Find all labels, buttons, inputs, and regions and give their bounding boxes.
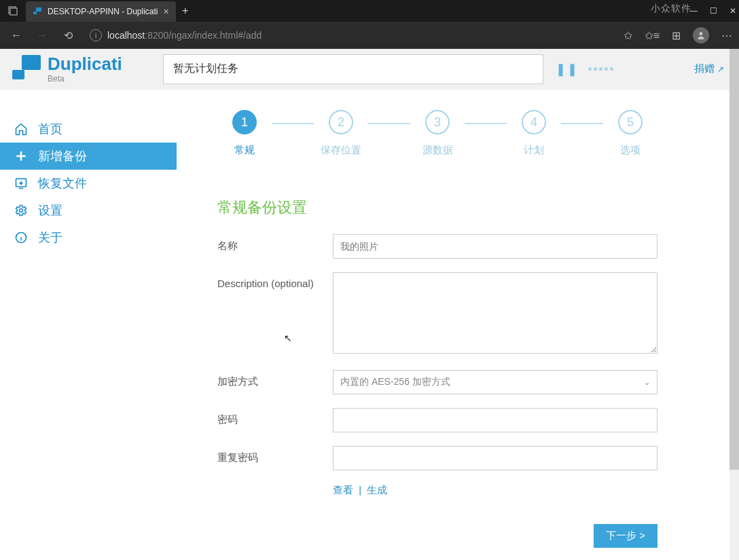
browser-toolbar: ← → ⟲ i localhost:8200/ngax/index.html#/… — [0, 22, 739, 49]
svg-rect-2 — [36, 7, 41, 12]
favorites-bar-icon[interactable]: ✩≡ — [645, 29, 660, 42]
forward-button: → — [33, 26, 52, 45]
sidebar-item-home[interactable]: 首页 — [0, 115, 177, 143]
app-body: 首页 新增备份 恢复文件 设置 关于 — [0, 90, 739, 560]
step-connector — [368, 123, 410, 124]
throttle-icon[interactable] — [588, 67, 613, 71]
sidebar-item-label: 新增备份 — [38, 148, 87, 164]
logo[interactable]: Duplicati Beta — [12, 55, 122, 83]
wizard-steps: 1 常规 2 保存位置 3 源数据 4 计划 5 选项 — [217, 110, 657, 157]
status-text: 暂无计划任务 — [173, 62, 238, 76]
section-title: 常规备份设置 — [217, 198, 657, 218]
more-icon[interactable]: ⋯ — [721, 29, 732, 42]
svg-rect-1 — [10, 8, 17, 15]
browser-tab[interactable]: DESKTOP-APPINN - Duplicati × — [26, 1, 176, 22]
window-maximize-icon[interactable]: ☐ — [710, 6, 717, 16]
encryption-label: 加密方式 — [217, 370, 333, 394]
donate-label: 捐赠 — [694, 62, 715, 75]
browser-titlebar: DESKTOP-APPINN - Duplicati × + 小众软件 — ☐ … — [0, 0, 739, 22]
step-label: 源数据 — [422, 144, 453, 157]
sidebar-item-add-backup[interactable]: 新增备份 — [0, 143, 177, 170]
close-icon[interactable]: × — [164, 6, 169, 17]
password-label: 密码 — [217, 408, 333, 432]
step-number: 2 — [329, 110, 353, 134]
step-connector — [561, 123, 603, 124]
link-separator: | — [359, 484, 361, 496]
logo-icon — [12, 55, 42, 82]
favorite-icon[interactable]: ✩ — [624, 29, 632, 42]
sidebar-item-label: 设置 — [38, 202, 62, 219]
url-text: localhost:8200/ngax/index.html#/add — [107, 30, 262, 41]
tab-title: DESKTOP-APPINN - Duplicati — [48, 7, 158, 16]
next-button[interactable]: 下一步 > — [594, 524, 657, 548]
brand-title: Duplicati — [48, 55, 122, 73]
window-close-icon[interactable]: ✕ — [729, 6, 736, 16]
description-label: Description (optional) — [217, 272, 333, 356]
status-box: 暂无计划任务 — [163, 54, 543, 84]
info-icon — [14, 231, 29, 244]
svg-rect-3 — [33, 12, 37, 14]
step-label: 保存位置 — [321, 144, 361, 157]
password-repeat-input[interactable] — [333, 446, 657, 470]
chevron-down-icon: ⌄ — [644, 378, 650, 387]
external-link-icon: ↗ — [717, 64, 724, 74]
encryption-select[interactable]: 内置的 AES-256 加密方式 ⌄ — [333, 370, 657, 394]
profile-avatar[interactable] — [693, 27, 709, 43]
step-connector — [272, 123, 314, 124]
show-password-link[interactable]: 查看 — [333, 484, 353, 496]
encryption-value: 内置的 AES-256 加密方式 — [340, 376, 450, 388]
gear-icon — [14, 204, 29, 217]
new-tab-button[interactable]: + — [176, 5, 195, 17]
step-source[interactable]: 3 源数据 — [410, 110, 465, 157]
restore-icon — [14, 176, 29, 190]
step-options[interactable]: 5 选项 — [603, 110, 657, 157]
url-bar[interactable]: i localhost:8200/ngax/index.html#/add — [84, 29, 611, 41]
donate-link[interactable]: 捐赠 ↗ — [694, 62, 727, 75]
svg-point-4 — [700, 32, 703, 35]
generate-password-link[interactable]: 生成 — [367, 484, 387, 496]
tab-actions-icon[interactable] — [0, 0, 26, 22]
sidebar: 首页 新增备份 恢复文件 设置 关于 — [0, 90, 177, 560]
step-label: 常规 — [234, 144, 255, 157]
plus-icon — [14, 149, 29, 163]
watermark: 小众软件 — [651, 3, 691, 15]
sidebar-item-settings[interactable]: 设置 — [0, 197, 177, 224]
step-label: 计划 — [524, 144, 544, 157]
sidebar-item-restore[interactable]: 恢复文件 — [0, 170, 177, 197]
sidebar-item-label: 恢复文件 — [38, 175, 87, 191]
collections-icon[interactable]: ⊞ — [672, 29, 681, 42]
step-number: 5 — [618, 110, 643, 134]
sidebar-item-label: 首页 — [38, 121, 62, 137]
svg-point-6 — [20, 209, 23, 212]
step-general[interactable]: 1 常规 — [217, 110, 272, 157]
favicon-icon — [33, 7, 42, 16]
window-minimize-icon[interactable]: — — [689, 6, 698, 16]
sidebar-item-label: 关于 — [38, 229, 62, 246]
home-icon — [14, 122, 29, 136]
step-number: 1 — [232, 110, 257, 134]
brand-subtitle: Beta — [48, 74, 122, 83]
sidebar-item-about[interactable]: 关于 — [0, 224, 177, 251]
main-panel: 1 常规 2 保存位置 3 源数据 4 计划 5 选项 — [177, 90, 739, 560]
step-number: 3 — [425, 110, 450, 134]
step-schedule[interactable]: 4 计划 — [507, 110, 561, 157]
pause-icon[interactable]: ❚❚ — [556, 62, 579, 77]
password-input[interactable] — [333, 408, 657, 432]
step-number: 4 — [522, 110, 546, 134]
back-button[interactable]: ← — [7, 26, 26, 45]
vertical-scrollbar[interactable] — [729, 49, 739, 560]
password-repeat-label: 重复密码 — [217, 446, 333, 470]
app-header: Duplicati Beta 暂无计划任务 ❚❚ 捐赠 ↗ — [0, 49, 739, 90]
name-input[interactable] — [333, 234, 657, 259]
reload-button[interactable]: ⟲ — [58, 26, 77, 45]
scrollbar-thumb[interactable] — [729, 49, 739, 470]
step-label: 选项 — [620, 144, 641, 157]
site-info-icon[interactable]: i — [90, 29, 102, 41]
name-label: 名称 — [217, 234, 333, 259]
step-destination[interactable]: 2 保存位置 — [314, 110, 368, 157]
step-connector — [465, 123, 507, 124]
description-input[interactable] — [333, 272, 657, 354]
